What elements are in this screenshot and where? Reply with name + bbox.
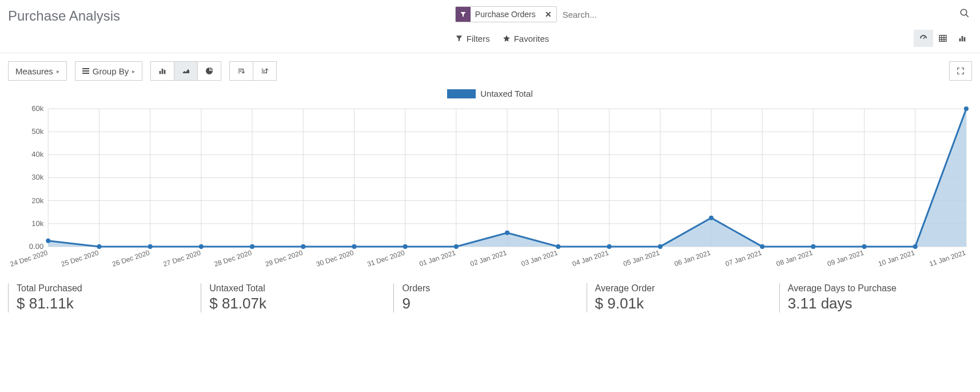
- svg-text:24 Dec 2020: 24 Dec 2020: [9, 248, 49, 268]
- svg-point-78: [709, 215, 714, 220]
- stat-value: 3.11 days: [788, 295, 972, 312]
- svg-rect-8: [962, 36, 963, 41]
- svg-point-66: [97, 244, 101, 248]
- chevron-right-icon: ▸: [132, 68, 135, 74]
- stat-label: Orders: [402, 283, 586, 294]
- svg-text:40k: 40k: [31, 150, 43, 159]
- legend-item-series1[interactable]: Untaxed Total: [447, 89, 532, 98]
- search-input[interactable]: [560, 6, 954, 22]
- svg-point-65: [46, 238, 50, 243]
- legend-label: Untaxed Total: [480, 89, 532, 98]
- svg-point-77: [658, 244, 663, 248]
- svg-rect-2: [939, 35, 946, 42]
- stat-value: $ 81.11k: [17, 295, 201, 312]
- table-icon: [938, 34, 947, 43]
- stat-value: $ 81.07k: [209, 295, 393, 312]
- svg-rect-11: [162, 69, 164, 74]
- svg-rect-7: [959, 38, 961, 41]
- search-facet-purchase-orders[interactable]: Purchase Orders ✕: [455, 6, 557, 22]
- chart-type-line[interactable]: [174, 61, 198, 81]
- chart-legend: Untaxed Total: [8, 89, 972, 103]
- svg-text:10 Jan 2021: 10 Jan 2021: [877, 248, 916, 268]
- bar-chart-icon: [158, 66, 167, 76]
- sort-desc-icon: [237, 66, 246, 76]
- svg-text:27 Dec 2020: 27 Dec 2020: [162, 248, 202, 268]
- svg-point-70: [301, 244, 305, 248]
- svg-text:50k: 50k: [31, 127, 43, 136]
- funnel-icon: [455, 34, 463, 42]
- svg-text:08 Jan 2021: 08 Jan 2021: [775, 248, 814, 268]
- svg-point-73: [454, 244, 459, 248]
- list-icon: [82, 68, 89, 73]
- filters-label: Filters: [467, 34, 490, 43]
- chart-type-pie[interactable]: [198, 61, 221, 81]
- svg-point-0: [961, 9, 967, 15]
- svg-point-80: [811, 244, 815, 248]
- svg-text:10k: 10k: [31, 219, 43, 227]
- groupby-label: Group By: [93, 66, 129, 76]
- sort-descending[interactable]: [229, 61, 253, 81]
- stat-label: Total Purchased: [17, 283, 201, 294]
- svg-text:30k: 30k: [31, 173, 43, 181]
- svg-text:04 Jan 2021: 04 Jan 2021: [571, 248, 610, 268]
- chart-type-group: [150, 61, 221, 81]
- svg-point-74: [505, 230, 509, 235]
- favorites-label: Favorites: [514, 34, 549, 43]
- legend-swatch: [447, 89, 476, 98]
- stat-label: Untaxed Total: [209, 283, 393, 294]
- svg-text:60k: 60k: [31, 104, 43, 113]
- svg-text:06 Jan 2021: 06 Jan 2021: [674, 248, 712, 268]
- svg-text:0.00: 0.00: [29, 241, 43, 250]
- area-chart-icon: [181, 66, 190, 76]
- svg-point-72: [403, 244, 408, 248]
- svg-point-67: [148, 244, 153, 248]
- close-icon[interactable]: ✕: [540, 10, 556, 19]
- groupby-button[interactable]: Group By ▸: [75, 61, 142, 81]
- svg-point-68: [199, 244, 204, 248]
- view-dashboard[interactable]: [914, 30, 933, 47]
- stat-label: Average Days to Purchase: [788, 283, 972, 294]
- svg-text:30 Dec 2020: 30 Dec 2020: [315, 248, 355, 268]
- filters-dropdown[interactable]: Filters: [455, 34, 490, 43]
- svg-text:03 Jan 2021: 03 Jan 2021: [520, 248, 559, 268]
- stats-row: Total Purchased$ 81.11kUntaxed Total$ 81…: [0, 275, 980, 324]
- svg-text:11 Jan 2021: 11 Jan 2021: [929, 248, 967, 268]
- svg-text:07 Jan 2021: 07 Jan 2021: [724, 248, 763, 268]
- svg-point-83: [964, 106, 969, 111]
- svg-text:25 Dec 2020: 25 Dec 2020: [60, 248, 100, 268]
- search-row: Purchase Orders ✕: [455, 5, 972, 24]
- sort-ascending[interactable]: [253, 61, 277, 81]
- svg-text:05 Jan 2021: 05 Jan 2021: [622, 248, 661, 268]
- svg-point-69: [250, 244, 254, 248]
- sort-asc-icon: [260, 66, 269, 76]
- expand-button[interactable]: [949, 61, 972, 81]
- svg-rect-10: [160, 71, 161, 74]
- svg-point-79: [760, 244, 764, 248]
- page-title: Purchase Analysis: [8, 5, 120, 24]
- svg-text:20k: 20k: [31, 196, 43, 204]
- measures-button[interactable]: Measures ▸: [8, 61, 67, 81]
- stat-card: Orders9: [393, 283, 586, 312]
- stat-card: Average Order$ 9.01k: [587, 283, 779, 312]
- svg-text:28 Dec 2020: 28 Dec 2020: [213, 248, 253, 268]
- view-switch: [914, 30, 972, 47]
- dashboard-icon: [919, 34, 928, 43]
- favorites-dropdown[interactable]: Favorites: [503, 34, 549, 43]
- view-pivot[interactable]: [933, 30, 953, 47]
- bar-chart-icon: [958, 34, 967, 43]
- chart-type-bar[interactable]: [150, 61, 174, 81]
- view-graph[interactable]: [953, 30, 972, 47]
- search-icon[interactable]: [957, 8, 972, 21]
- svg-rect-12: [164, 70, 166, 74]
- chevron-right-icon: ▸: [57, 68, 59, 74]
- svg-text:09 Jan 2021: 09 Jan 2021: [826, 248, 865, 268]
- top-bar: Purchase Analysis Purchase Orders ✕ Filt…: [0, 0, 980, 53]
- svg-point-82: [913, 244, 918, 248]
- svg-line-1: [966, 14, 969, 17]
- star-icon: [503, 34, 511, 42]
- svg-point-81: [862, 244, 867, 248]
- facet-label: Purchase Orders: [471, 10, 540, 19]
- filter-icon: [456, 7, 471, 22]
- chart-wrap: Untaxed Total 0.0010k20k30k40k50k60k24 D…: [0, 84, 980, 275]
- svg-text:01 Jan 2021: 01 Jan 2021: [419, 248, 457, 268]
